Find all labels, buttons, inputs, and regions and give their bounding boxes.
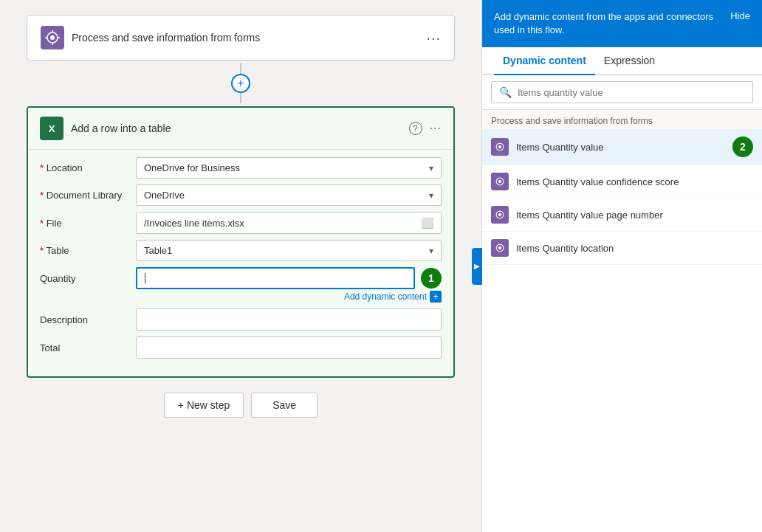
add-step-button[interactable]: + [231, 74, 250, 93]
trigger-card-left: Process and save information from forms [41, 26, 260, 49]
document-library-control[interactable]: OneDrive ▾ [136, 184, 442, 206]
dynamic-item-label-2: Items Quantity value page number [516, 210, 753, 221]
file-control[interactable]: /Invoices line items.xlsx ⬜ [136, 212, 442, 234]
description-input[interactable] [136, 308, 442, 331]
quantity-badge: 1 [421, 268, 442, 289]
dynamic-item-1[interactable]: Items Quantity value confidence score [482, 165, 762, 198]
dynamic-item-0[interactable]: Items Quantity value 2 [482, 129, 762, 165]
dynamic-item-icon-0 [491, 138, 509, 156]
quantity-label: Quantity [40, 273, 136, 284]
dynamic-item-label-3: Items Quantity location [516, 243, 753, 254]
tab-dynamic-content[interactable]: Dynamic content [494, 47, 595, 75]
panel-search-area: 🔍 [482, 75, 762, 110]
action-card: X Add a row into a table ? ··· Location … [27, 106, 455, 378]
add-dynamic-plus-icon: + [430, 291, 442, 303]
document-library-row: Document Library OneDrive ▾ [40, 184, 442, 206]
collapse-arrow-icon: ▶ [474, 262, 480, 270]
total-label: Total [40, 342, 136, 353]
dynamic-item-icon-2 [491, 206, 509, 224]
action-card-header-left: X Add a row into a table [40, 117, 171, 140]
search-input[interactable] [518, 87, 745, 98]
description-label: Description [40, 314, 136, 325]
connector: + [231, 63, 250, 103]
document-library-chevron: ▾ [429, 190, 433, 201]
dynamic-item-badge-0: 2 [732, 137, 753, 157]
dynamic-item-icon-3 [491, 239, 509, 257]
svg-point-9 [498, 180, 501, 183]
document-library-label: Document Library [40, 190, 136, 201]
location-label: Location [40, 162, 136, 173]
table-dropdown[interactable]: Table1 ▾ [136, 240, 442, 261]
new-step-button[interactable]: + New step [164, 393, 244, 418]
location-chevron: ▾ [429, 163, 433, 173]
file-label: File [40, 218, 136, 229]
table-row: Table Table1 ▾ [40, 240, 442, 261]
section-label: Process and save information from forms [482, 110, 762, 129]
tab-expression[interactable]: Expression [595, 47, 664, 75]
description-row: Description [40, 308, 442, 331]
trigger-icon [41, 26, 64, 49]
excel-icon: X [40, 117, 64, 140]
location-row: Location OneDrive for Business ▾ [40, 157, 442, 179]
help-icon[interactable]: ? [409, 122, 422, 135]
document-library-dropdown[interactable]: OneDrive ▾ [136, 184, 442, 206]
collapse-panel-button[interactable]: ▶ [472, 248, 482, 285]
save-button[interactable]: Save [251, 393, 318, 418]
panel-header: Add dynamic content from the apps and co… [482, 0, 762, 47]
dynamic-item-2[interactable]: Items Quantity value page number [482, 198, 762, 232]
total-control[interactable] [136, 336, 442, 359]
trigger-title: Process and save information from forms [72, 32, 260, 44]
svg-point-11 [498, 213, 501, 216]
quantity-input[interactable] [136, 267, 415, 289]
table-label: Table [40, 245, 136, 256]
svg-point-1 [50, 35, 55, 40]
trigger-card: Process and save information from forms … [27, 15, 455, 61]
panel-tabs: Dynamic content Expression [482, 47, 762, 75]
location-dropdown[interactable]: OneDrive for Business ▾ [136, 157, 442, 179]
file-picker-icon[interactable]: ⬜ [421, 217, 433, 229]
action-card-header: X Add a row into a table ? ··· [28, 108, 453, 150]
dynamic-item-label-1: Items Quantity value confidence score [516, 176, 753, 187]
text-cursor [145, 273, 145, 283]
panel-header-text: Add dynamic content from the apps and co… [494, 10, 730, 37]
action-card-body: Location OneDrive for Business ▾ Documen… [28, 150, 453, 376]
quantity-control: 1 [136, 267, 442, 289]
right-panel: ▶ Add dynamic content from the apps and … [481, 0, 762, 532]
dynamic-item-label-0: Items Quantity value [516, 142, 725, 153]
file-input[interactable]: /Invoices line items.xlsx ⬜ [136, 212, 442, 234]
add-dynamic-content-button[interactable]: Add dynamic content + [344, 291, 442, 303]
search-box: 🔍 [491, 81, 753, 103]
action-title: Add a row into a table [71, 122, 171, 134]
dynamic-items-list: Items Quantity value 2 Items Quantity va… [482, 129, 762, 265]
total-row: Total [40, 336, 442, 359]
total-input[interactable] [136, 336, 442, 359]
add-dynamic-row: Add dynamic content + [40, 291, 442, 303]
connector-line-2 [240, 93, 241, 103]
svg-point-7 [498, 145, 501, 148]
panel-hide-button[interactable]: Hide [730, 10, 750, 21]
connector-line [240, 63, 241, 74]
action-menu-button[interactable]: ··· [430, 122, 442, 135]
action-header-icons: ? ··· [409, 122, 442, 135]
quantity-row: Quantity 1 [40, 267, 442, 289]
location-control[interactable]: OneDrive for Business ▾ [136, 157, 442, 179]
trigger-menu-button[interactable]: ··· [426, 30, 441, 46]
table-chevron: ▾ [429, 246, 433, 256]
search-icon: 🔍 [499, 86, 512, 98]
bottom-actions: + New step Save [164, 393, 318, 418]
file-row: File /Invoices line items.xlsx ⬜ [40, 212, 442, 234]
dynamic-item-icon-1 [491, 173, 509, 190]
svg-point-13 [498, 246, 501, 249]
table-control[interactable]: Table1 ▾ [136, 240, 442, 261]
description-control[interactable] [136, 308, 442, 331]
dynamic-item-3[interactable]: Items Quantity location [482, 232, 762, 265]
